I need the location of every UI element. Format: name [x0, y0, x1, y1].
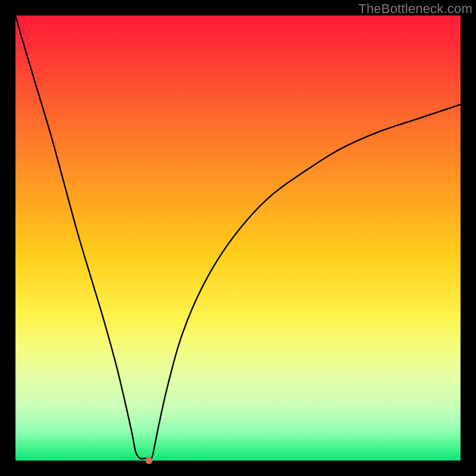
watermark-text: TheBottleneck.com — [358, 1, 472, 17]
chart-frame: TheBottleneck.com — [0, 0, 476, 476]
bottleneck-curve — [15, 15, 461, 459]
vertex-marker — [145, 457, 152, 464]
chart-svg — [15, 15, 461, 461]
